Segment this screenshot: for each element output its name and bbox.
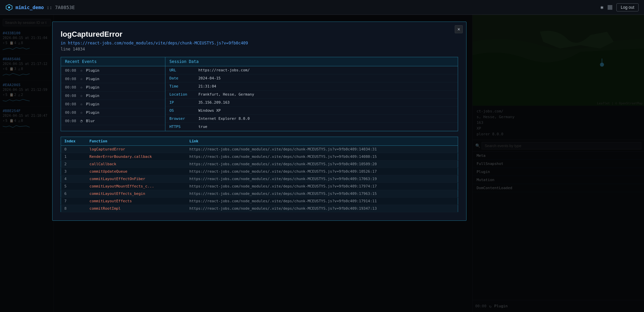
event-row: 00:08 ☆ Plugin xyxy=(61,108,165,117)
sd-ip-key: IP xyxy=(169,100,193,105)
event-type: Plugin xyxy=(86,102,99,106)
topbar: mimic_demo :: 7A0853E ✱ Log out xyxy=(0,0,644,15)
sd-https-key: HTTPS xyxy=(169,125,193,129)
stack-index: 3 xyxy=(61,168,86,175)
stack-row: 2 callCallback https://react-jobs.com/no… xyxy=(61,161,458,168)
session-data-row: OS Windows XP xyxy=(165,107,458,115)
sd-location-val: Frankfurt, Hesse, Germany xyxy=(198,92,254,97)
modal: × logCapturedError in https://react-jobs… xyxy=(52,22,466,221)
modal-close-button[interactable]: × xyxy=(455,25,463,33)
event-row: 00:08 ☆ Plugin xyxy=(61,92,165,100)
session-data-row: IP 35.156.209.163 xyxy=(165,99,458,107)
modal-source-prefix: in xyxy=(61,41,68,45)
stack-fn: commitRootImpl xyxy=(86,205,186,212)
session-data-row: Date 2024-04-15 xyxy=(165,74,458,82)
stack-index: 6 xyxy=(61,190,86,198)
recent-events-panel: Recent Events 00:08 ☆ Plugin 00:08 ☆ Plu… xyxy=(61,57,165,131)
sd-time-val: 21:31:04 xyxy=(198,84,216,89)
sd-browser-key: Browser xyxy=(169,116,193,121)
sd-url-key: URL xyxy=(169,68,193,72)
star-icon: ✱ xyxy=(600,4,604,10)
stack-fn: commitLayoutMountEffects_c... xyxy=(86,183,186,190)
event-row: 00:08 ☆ Plugin xyxy=(61,66,165,75)
event-icon: ☆ xyxy=(80,85,83,90)
stack-row: 5 commitLayoutMountEffects_c... https://… xyxy=(61,183,458,190)
modal-source: in https://react-jobs.com/node_modules/v… xyxy=(61,41,458,45)
modal-line: line 14034 xyxy=(61,47,458,51)
stack-row: 1 RenderErrorBoundary.callback https://r… xyxy=(61,153,458,161)
col-link: Link xyxy=(186,137,458,146)
event-icon: ☆ xyxy=(80,102,83,106)
stack-row: 3 commitUpdateQueue https://react-jobs.c… xyxy=(61,168,458,175)
event-icon: ☆ xyxy=(80,68,83,73)
modal-title: logCapturedError xyxy=(61,30,458,39)
rec-indicator xyxy=(608,5,612,10)
stack-link: https://react-jobs.com/node_modules/.vit… xyxy=(186,198,458,205)
session-data-header: Session Data xyxy=(165,57,458,66)
stack-index: 2 xyxy=(61,161,86,168)
topbar-right: ✱ Log out xyxy=(600,3,639,11)
event-time: 00:08 xyxy=(65,85,77,90)
stack-index: 4 xyxy=(61,175,86,183)
stack-fn: callCallback xyxy=(86,161,186,168)
stack-fn: commitUpdateQueue xyxy=(86,168,186,175)
event-row: 00:08 ☆ Plugin xyxy=(61,83,165,92)
stack-fn: commitLayoutEffects_begin xyxy=(86,190,186,198)
session-data-panel: Session Data URL https://react-jobs.com/… xyxy=(165,57,458,131)
stack-link: https://react-jobs.com/node_modules/.vit… xyxy=(186,161,458,168)
app-separator: :: xyxy=(46,5,52,10)
stack-row: 7 commitLayoutEffects https://react-jobs… xyxy=(61,198,458,205)
stack-link: https://react-jobs.com/node_modules/.vit… xyxy=(186,146,458,153)
sd-date-key: Date xyxy=(169,76,193,80)
stack-row: 8 commitRootImpl https://react-jobs.com/… xyxy=(61,205,458,212)
stack-index: 0 xyxy=(61,146,86,153)
event-type: Plugin xyxy=(86,110,99,115)
sd-date-val: 2024-04-15 xyxy=(198,76,221,80)
event-time: 00:08 xyxy=(65,119,77,123)
event-row: 00:08 ☆ Plugin xyxy=(61,100,165,108)
modal-two-col: Recent Events 00:08 ☆ Plugin 00:08 ☆ Plu… xyxy=(61,57,458,131)
event-type: Plugin xyxy=(86,85,99,90)
sd-location-key: Location xyxy=(169,92,193,97)
stack-row: 0 logCapturedError https://react-jobs.co… xyxy=(61,146,458,153)
sd-https-val: true xyxy=(198,125,207,129)
app-title: mimic_demo xyxy=(15,5,44,10)
event-type: Blur xyxy=(86,119,95,123)
session-data-row: Location Frankfurt, Hesse, Germany xyxy=(165,91,458,99)
stack-index: 7 xyxy=(61,198,86,205)
sd-browser-val: Internet Explorer 8.0.0 xyxy=(198,116,250,121)
logout-button[interactable]: Log out xyxy=(616,3,639,11)
event-time: 00:08 xyxy=(65,77,77,81)
event-time: 00:08 xyxy=(65,102,77,106)
event-icon: ◔ xyxy=(80,118,83,123)
session-data-row: HTTPS true xyxy=(165,123,458,131)
event-icon: ☆ xyxy=(80,76,83,81)
stack-row: 6 commitLayoutEffects_begin https://reac… xyxy=(61,190,458,198)
stack-link: https://react-jobs.com/node_modules/.vit… xyxy=(186,168,458,175)
stack-link: https://react-jobs.com/node_modules/.vit… xyxy=(186,190,458,198)
col-index: Index xyxy=(61,137,86,146)
stack-link: https://react-jobs.com/node_modules/.vit… xyxy=(186,205,458,212)
session-data-row: Time 21:31:04 xyxy=(165,82,458,91)
sd-time-key: Time xyxy=(169,84,193,89)
stack-link: https://react-jobs.com/node_modules/.vit… xyxy=(186,153,458,161)
sd-ip-val: 35.156.209.163 xyxy=(198,100,230,105)
stack-link: https://react-jobs.com/node_modules/.vit… xyxy=(186,175,458,183)
stack-link: https://react-jobs.com/node_modules/.vit… xyxy=(186,183,458,190)
stack-row: 4 commitLayoutEffectOnFiber https://reac… xyxy=(61,175,458,183)
sd-os-val: Windows XP xyxy=(198,108,221,113)
stack-index: 8 xyxy=(61,205,86,212)
stack-fn: commitLayoutEffectOnFiber xyxy=(86,175,186,183)
event-type: Plugin xyxy=(86,77,99,81)
stack-index: 1 xyxy=(61,153,86,161)
sd-url-val: https://react-jobs.com/ xyxy=(198,68,250,72)
session-data-row: URL https://react-jobs.com/ xyxy=(165,66,458,74)
event-type: Plugin xyxy=(86,68,99,73)
event-type: Plugin xyxy=(86,94,99,98)
event-time: 00:08 xyxy=(65,110,77,115)
event-row: 00:08 ☆ Plugin xyxy=(61,75,165,83)
topbar-left: mimic_demo :: 7A0853E xyxy=(5,4,75,11)
event-icon: ☆ xyxy=(80,110,83,115)
event-row: 00:08 ◔ Blur xyxy=(61,117,165,125)
stack-fn: commitLayoutEffects xyxy=(86,198,186,205)
